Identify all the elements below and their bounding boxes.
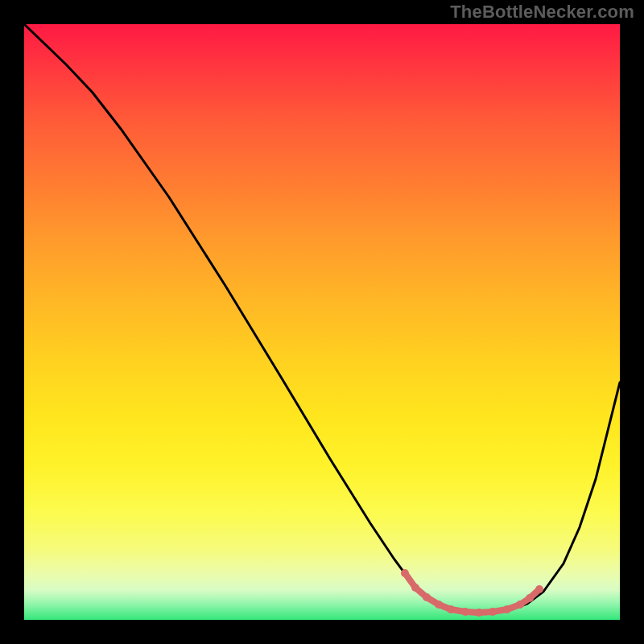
valley-dot (423, 593, 431, 601)
valley-dot (475, 609, 483, 617)
valley-dot (535, 585, 543, 593)
valley-dot (503, 605, 511, 613)
chart-frame: TheBottleNecker.com (0, 0, 644, 644)
watermark-text: TheBottleNecker.com (450, 2, 634, 23)
valley-dot (411, 584, 419, 592)
valley-dot (461, 608, 469, 616)
valley-dot (526, 594, 534, 602)
curve-layer (24, 24, 620, 620)
valley-dot (447, 605, 455, 613)
valley-dot (401, 569, 409, 577)
plot-area (24, 24, 620, 620)
valley-dot (489, 608, 497, 616)
valley-dot (516, 601, 524, 609)
main-curve (24, 24, 620, 613)
valley-dot (435, 601, 443, 609)
